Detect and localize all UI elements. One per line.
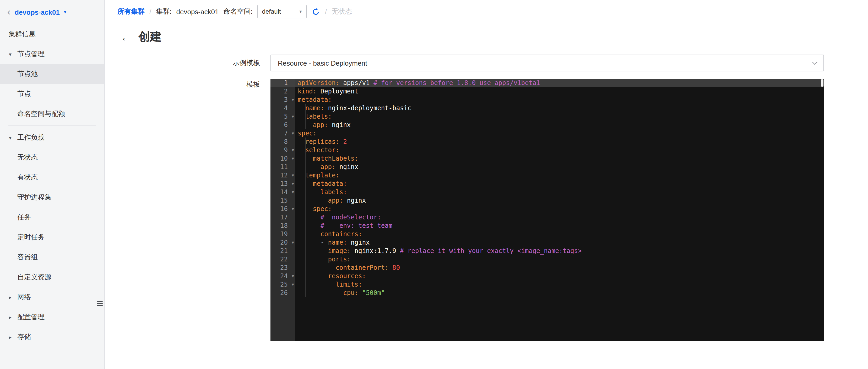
code-line-8[interactable]: replicas: 2	[295, 138, 824, 146]
gutter-line-15[interactable]: 15	[271, 196, 295, 205]
gutter-line-13[interactable]: 13▾	[271, 179, 295, 188]
gutter-line-17[interactable]: 17	[271, 213, 295, 222]
back-chevron-icon[interactable]: ‹	[7, 7, 10, 17]
line-number: 13	[280, 180, 288, 188]
sidebar-collapse-handle[interactable]	[97, 299, 103, 308]
sidebar-item-pods[interactable]: 容器组	[0, 247, 104, 267]
code-line-26[interactable]: cpu: "500m"	[295, 289, 824, 297]
gutter-line-12[interactable]: 12▾	[271, 171, 295, 179]
fold-toggle-icon[interactable]: ▾	[292, 130, 294, 137]
fold-toggle-icon[interactable]: ▾	[292, 155, 294, 162]
code-line-4[interactable]: name: nginx-deployment-basic	[295, 104, 824, 112]
cluster-switcher[interactable]: devops-ack01	[15, 8, 60, 16]
fold-toggle-icon[interactable]: ▾	[292, 180, 294, 188]
code-line-14[interactable]: labels:	[295, 188, 824, 196]
sidebar-item-stateful[interactable]: 有状态	[0, 167, 104, 188]
sidebar-item-node[interactable]: 节点	[0, 84, 104, 104]
gutter-line-11[interactable]: 11	[271, 163, 295, 171]
gutter-line-22[interactable]: 22	[271, 255, 295, 263]
sidebar-item-label: 节点	[17, 89, 31, 99]
fold-toggle-icon[interactable]: ▾	[292, 205, 294, 212]
gutter-line-8[interactable]: 8	[271, 138, 295, 146]
sidebar-item-label: 守护进程集	[17, 193, 51, 202]
code-line-13[interactable]: metadata:	[295, 179, 824, 188]
gutter-line-25[interactable]: 25▾	[271, 280, 295, 289]
code-line-6[interactable]: app: nginx	[295, 121, 824, 129]
sidebar-item-workloads[interactable]: ▾工作负载	[0, 127, 104, 147]
sidebar-item-job[interactable]: 任务	[0, 207, 104, 227]
gutter-line-24[interactable]: 24▾	[271, 272, 295, 280]
sidebar-item-daemonset[interactable]: 守护进程集	[0, 188, 104, 207]
code-line-9[interactable]: selector:	[295, 146, 824, 154]
gutter-line-26[interactable]: 26	[271, 289, 295, 297]
gutter-line-14[interactable]: 14▾	[271, 188, 295, 196]
code-line-3[interactable]: metadata:	[295, 95, 824, 104]
gutter-line-5[interactable]: 5▾	[271, 112, 295, 121]
refresh-button[interactable]	[312, 8, 320, 16]
gutter-line-21[interactable]: 21	[271, 247, 295, 255]
fold-toggle-icon[interactable]: ▾	[292, 239, 294, 246]
sidebar-item-storage[interactable]: ▸存储	[0, 327, 104, 347]
sidebar-item-custom-resource[interactable]: 自定义资源	[0, 267, 104, 287]
sidebar-item-config-management[interactable]: ▸配置管理	[0, 307, 104, 327]
fold-toggle-icon[interactable]: ▾	[292, 146, 294, 154]
fold-toggle-icon[interactable]: ▾	[292, 189, 294, 196]
code-line-24[interactable]: resources:	[295, 272, 824, 280]
gutter-line-9[interactable]: 9▾	[271, 146, 295, 154]
fold-toggle-icon[interactable]: ▾	[292, 113, 294, 120]
line-number: 12	[280, 172, 288, 179]
code-line-7[interactable]: spec:	[295, 129, 824, 138]
yaml-editor[interactable]: 123▾45▾67▾89▾10▾1112▾13▾14▾1516▾17181920…	[271, 79, 824, 341]
code-line-17[interactable]: # nodeSelector:	[295, 213, 824, 222]
gutter-line-2[interactable]: 2	[271, 87, 295, 95]
gutter-line-23[interactable]: 23	[271, 263, 295, 272]
sidebar-item-cronjob[interactable]: 定时任务	[0, 227, 104, 247]
code-line-21[interactable]: image: nginx:1.7.9 # replace it with you…	[295, 247, 824, 255]
code-line-5[interactable]: labels:	[295, 112, 824, 121]
gutter-line-4[interactable]: 4	[271, 104, 295, 112]
fold-toggle-icon[interactable]: ▾	[292, 96, 294, 104]
gutter-line-20[interactable]: 20▾	[271, 238, 295, 247]
sidebar-item-namespace-quota[interactable]: 命名空间与配额	[0, 104, 104, 124]
gutter-line-1[interactable]: 1	[271, 79, 295, 87]
code-line-22[interactable]: ports:	[295, 255, 824, 263]
sidebar-item-network[interactable]: ▸网络	[0, 287, 104, 307]
gutter-line-7[interactable]: 7▾	[271, 129, 295, 138]
namespace-select[interactable]: default ▾	[257, 5, 307, 18]
sidebar-item-cluster-info[interactable]: 集群信息	[0, 24, 104, 44]
gutter-line-10[interactable]: 10▾	[271, 154, 295, 163]
code-line-11[interactable]: app: nginx	[295, 163, 824, 171]
fold-toggle-icon[interactable]: ▾	[292, 172, 294, 179]
code-line-19[interactable]: containers:	[295, 230, 824, 238]
code-line-25[interactable]: limits:	[295, 280, 824, 289]
code-line-18[interactable]: # env: test-team	[295, 222, 824, 230]
gutter-line-6[interactable]: 6	[271, 121, 295, 129]
editor-scrollbar-thumb[interactable]	[821, 79, 824, 87]
breadcrumb-all-clusters-link[interactable]: 所有集群	[117, 7, 145, 16]
sample-template-select[interactable]: Resource - basic Deployment	[271, 55, 824, 72]
cluster-caret-icon[interactable]: ▾	[64, 9, 66, 15]
code-line-23[interactable]: - containerPort: 80	[295, 263, 824, 272]
code-line-2[interactable]: kind: Deployment	[295, 87, 824, 95]
code-line-1[interactable]: apiVersion: apps/v1 # for versions befor…	[295, 79, 824, 87]
sidebar-item-node-management[interactable]: ▾节点管理	[0, 44, 104, 64]
sidebar-item-node-pool[interactable]: 节点池	[0, 64, 104, 84]
sidebar-header: ‹ devops-ack01 ▾	[0, 0, 104, 24]
line-number: 17	[280, 214, 288, 221]
code-line-12[interactable]: template:	[295, 171, 824, 179]
code-line-20[interactable]: - name: nginx	[295, 238, 824, 247]
fold-toggle-icon[interactable]: ▾	[292, 273, 294, 280]
gutter-line-19[interactable]: 19	[271, 230, 295, 238]
line-number: 19	[280, 230, 288, 238]
code-line-15[interactable]: app: nginx	[295, 196, 824, 205]
gutter-line-18[interactable]: 18	[271, 222, 295, 230]
fold-toggle-icon[interactable]: ▾	[292, 281, 294, 288]
sidebar-item-stateless[interactable]: 无状态	[0, 147, 104, 167]
gutter-line-3[interactable]: 3▾	[271, 95, 295, 104]
chevron-down-icon: ▾	[300, 9, 302, 14]
gutter-line-16[interactable]: 16▾	[271, 205, 295, 213]
back-arrow-icon[interactable]: ←	[121, 31, 131, 42]
code-line-10[interactable]: matchLabels:	[295, 154, 824, 163]
sidebar-menu: 集群信息▾节点管理节点池节点命名空间与配额▾工作负载无状态有状态守护进程集任务定…	[0, 24, 104, 347]
code-line-16[interactable]: spec:	[295, 205, 824, 213]
